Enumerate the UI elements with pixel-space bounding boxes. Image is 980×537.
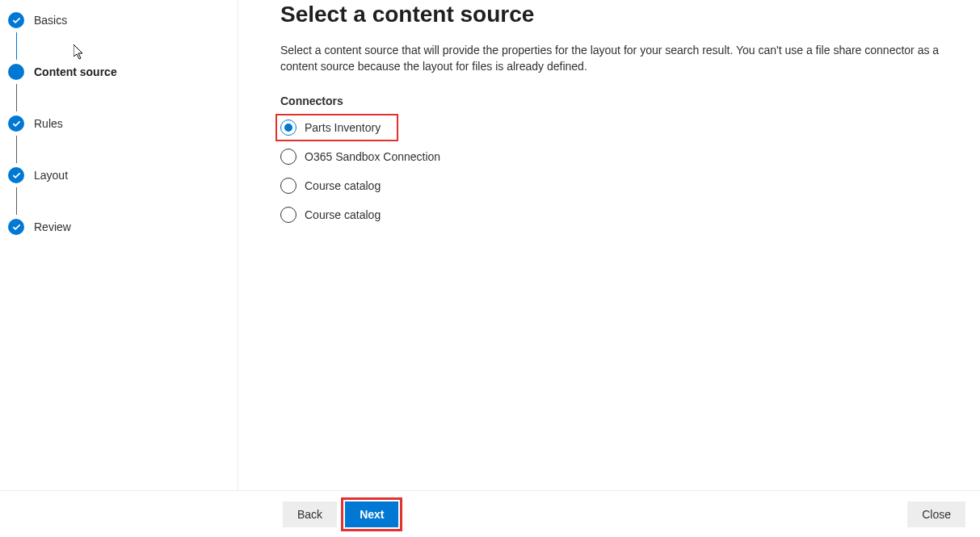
radio-icon	[280, 207, 297, 223]
radio-o365-sandbox[interactable]: O365 Sandbox Connection	[280, 148, 956, 166]
check-icon	[8, 12, 24, 28]
step-connector	[16, 32, 17, 60]
radio-label: Parts Inventory	[305, 121, 381, 134]
close-button[interactable]: Close	[907, 501, 965, 527]
step-label: Basics	[34, 14, 67, 27]
content-panel: Select a content source Select a content…	[238, 0, 980, 490]
radio-course-catalog-1[interactable]: Course catalog	[280, 177, 956, 195]
step-label: Content source	[34, 65, 117, 78]
radio-label: O365 Sandbox Connection	[305, 150, 440, 163]
step-rules[interactable]: Rules	[8, 111, 238, 136]
step-content-source[interactable]: Content source	[8, 60, 238, 84]
step-basics[interactable]: Basics	[8, 8, 238, 32]
step-list: Basics Content source Rules	[8, 8, 238, 239]
current-step-icon	[8, 64, 24, 80]
check-icon	[8, 167, 24, 183]
connectors-radio-group: Parts Inventory O365 Sandbox Connection …	[280, 119, 956, 224]
page-title: Select a content source	[280, 2, 956, 27]
page-description: Select a content source that will provid…	[280, 42, 956, 75]
radio-label: Course catalog	[305, 208, 381, 221]
footer-bar: Back Next Close	[0, 490, 980, 537]
step-review[interactable]: Review	[8, 215, 238, 239]
next-button[interactable]: Next	[345, 501, 398, 527]
step-label: Rules	[34, 117, 63, 130]
radio-course-catalog-2[interactable]: Course catalog	[280, 206, 956, 224]
step-connector	[16, 136, 17, 163]
step-connector	[16, 84, 17, 111]
check-icon	[8, 219, 24, 235]
step-label: Layout	[34, 169, 68, 182]
step-label: Review	[34, 220, 71, 233]
step-layout[interactable]: Layout	[8, 163, 238, 187]
radio-icon	[280, 120, 297, 136]
radio-parts-inventory[interactable]: Parts Inventory	[280, 119, 393, 136]
check-icon	[8, 115, 24, 132]
radio-icon	[280, 149, 297, 165]
back-button[interactable]: Back	[283, 501, 337, 527]
radio-label: Course catalog	[305, 179, 381, 192]
radio-icon	[280, 178, 297, 194]
connectors-label: Connectors	[280, 94, 956, 107]
step-connector	[16, 187, 17, 215]
wizard-sidebar: Basics Content source Rules	[0, 0, 238, 490]
main-area: Basics Content source Rules	[0, 0, 980, 490]
